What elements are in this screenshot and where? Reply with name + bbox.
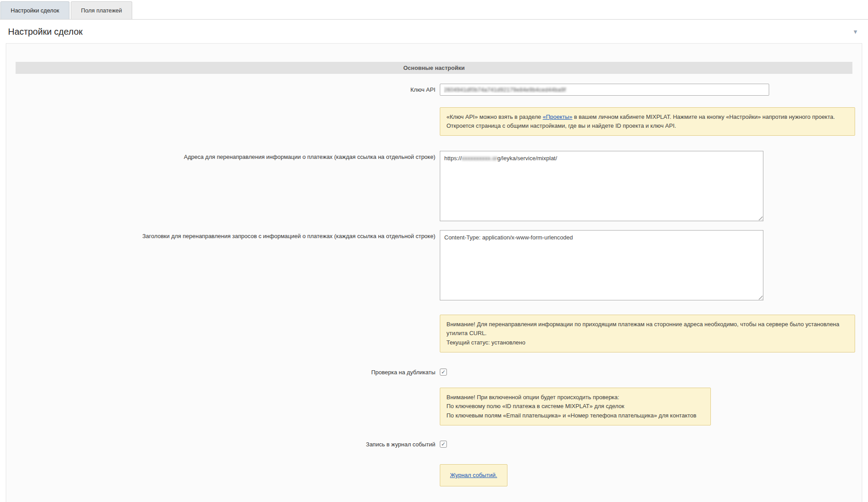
resize-handle-icon[interactable] (757, 294, 763, 300)
redirect-headers-value: Content-Type: application/x-www-form-url… (444, 234, 573, 241)
tab-bar: Настройки сделок Поля платежей (0, 0, 868, 20)
event-log-row: Запись в журнал событий ✓ (16, 441, 852, 449)
api-key-hint-line2: Откроется страница с общими настройками,… (446, 121, 848, 130)
api-key-hint-text-after: в вашем личном кабинете MIXPLAT. Нажмите… (572, 113, 835, 120)
curl-warning-status: Текущий статус: установлено (446, 338, 848, 347)
event-log-link[interactable]: Журнал событий. (450, 472, 497, 478)
tab-deal-settings[interactable]: Настройки сделок (0, 1, 69, 19)
curl-warning-row: Внимание! Для перенаправления информации… (16, 315, 852, 352)
curl-warning-line1: Внимание! Для перенаправления информации… (446, 320, 848, 338)
duplicate-warning-line2: По ключевому полю «ID платежа в системе … (446, 402, 704, 411)
settings-panel: Основные настройки Ключ API «Ключ API» м… (6, 43, 862, 502)
event-log-link-row: Журнал событий. (16, 464, 852, 486)
section-header: Основные настройки (16, 62, 852, 74)
collapse-chevron-icon[interactable]: ▼ (852, 28, 858, 35)
projects-link[interactable]: «Проекты» (543, 113, 572, 120)
redirect-headers-row: Заголовки для перенаправления запросов с… (16, 230, 852, 300)
redirect-headers-label: Заголовки для перенаправления запросов с… (16, 230, 435, 240)
api-key-hint-text-before: «Ключ API» можно взять в разделе (446, 113, 543, 120)
resize-handle-icon[interactable] (757, 215, 763, 220)
redirect-headers-textarea[interactable]: Content-Type: application/x-www-form-url… (440, 230, 763, 300)
event-log-link-box: Журнал событий. (440, 464, 507, 486)
check-icon: ✓ (441, 369, 446, 375)
duplicate-check-label: Проверка на дубликаты (16, 368, 435, 376)
duplicate-warning-line3: По ключевым полям «Email плательщика» и … (446, 411, 704, 420)
event-log-label: Запись в журнал событий (16, 441, 435, 449)
api-key-label: Ключ API (16, 86, 435, 94)
title-row: Настройки сделок ▼ (0, 20, 868, 43)
curl-warning-note: Внимание! Для перенаправления информации… (440, 315, 855, 352)
redirect-urls-textarea[interactable]: https://xxxxxxxxxx.org/leyka/service/mix… (440, 151, 763, 221)
redirect-urls-label: Адреса для перенаправления информации о … (16, 151, 435, 161)
check-icon: ✓ (441, 441, 446, 447)
duplicate-warning-row: Внимание! При включенной опции будет про… (16, 388, 852, 425)
api-key-input[interactable] (440, 84, 769, 96)
duplicate-check-checkbox[interactable]: ✓ (440, 368, 447, 376)
duplicate-warning-line1: Внимание! При включенной опции будет про… (446, 393, 704, 402)
redirect-urls-row: Адреса для перенаправления информации о … (16, 151, 852, 221)
api-key-hint-row: «Ключ API» можно взять в разделе «Проект… (16, 107, 852, 136)
duplicate-warning-note: Внимание! При включенной опции будет про… (440, 388, 711, 425)
redirect-url-prefix: https:// (444, 155, 462, 162)
redirect-url-suffix: g/leyka/service/mixplat/ (497, 155, 557, 162)
redirect-url-redacted: xxxxxxxxxx.or (462, 155, 497, 162)
tab-payment-fields[interactable]: Поля платежей (71, 1, 132, 19)
duplicate-check-row: Проверка на дубликаты ✓ (16, 368, 852, 376)
event-log-checkbox[interactable]: ✓ (440, 441, 447, 448)
api-key-hint-note: «Ключ API» можно взять в разделе «Проект… (440, 107, 855, 136)
page-title: Настройки сделок (8, 27, 83, 37)
api-key-row: Ключ API (16, 84, 852, 96)
